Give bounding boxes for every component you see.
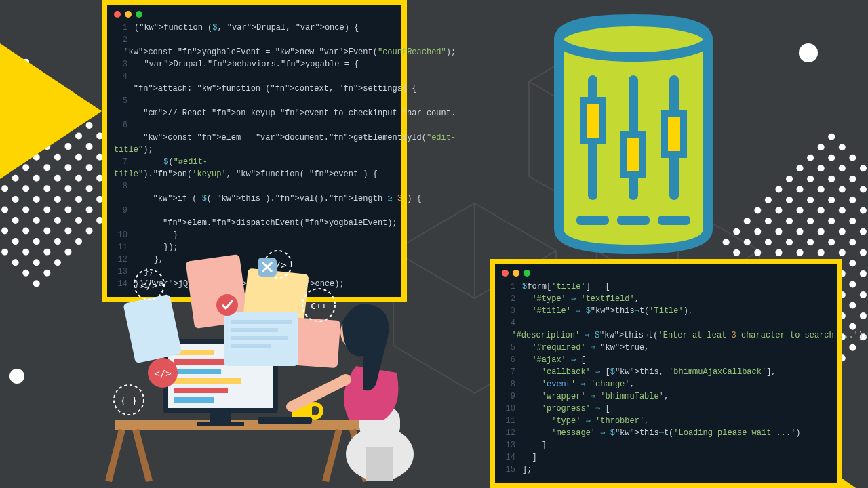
svg-rect-43 (258, 417, 312, 424)
svg-rect-44 (366, 447, 393, 481)
cpp-bubble: C++ (311, 301, 327, 311)
svg-rect-14 (197, 422, 244, 426)
svg-point-0 (559, 22, 708, 57)
circle-decor (9, 369, 24, 384)
svg-rect-7 (576, 216, 609, 225)
circle-decor (799, 43, 818, 62)
window-controls (114, 11, 395, 18)
code-bubble: </> (154, 368, 171, 379)
svg-rect-8 (617, 216, 650, 225)
svg-rect-9 (658, 216, 690, 225)
svg-rect-5 (624, 134, 643, 175)
svg-rect-17 (174, 369, 221, 374)
svg-rect-19 (174, 388, 228, 393)
svg-rect-29 (231, 344, 271, 348)
svg-rect-13 (210, 413, 231, 422)
svg-text:{ }: { } (120, 395, 137, 406)
triangle-top-left (0, 43, 102, 179)
code-content-bottom: 1$form['title'] = [2 '#type' ⇒ 'textfiel… (502, 281, 830, 476)
svg-rect-4 (583, 100, 602, 141)
svg-rect-18 (174, 378, 241, 384)
svg-rect-23 (123, 294, 182, 364)
svg-rect-20 (174, 397, 214, 403)
code-frame-bottom: 1$form['title'] = [2 '#type' ⇒ 'textfiel… (490, 259, 842, 488)
svg-rect-26 (231, 320, 292, 324)
mixer-icon (532, 12, 735, 260)
window-controls (502, 270, 830, 277)
svg-rect-28 (231, 336, 288, 340)
svg-rect-6 (665, 114, 684, 155)
svg-rect-27 (231, 328, 278, 332)
svg-point-39 (308, 404, 321, 418)
svg-point-36 (216, 294, 238, 316)
developer-illustration: </> </> { } C++ </> (88, 244, 454, 488)
code-bubble: </> (140, 280, 157, 291)
